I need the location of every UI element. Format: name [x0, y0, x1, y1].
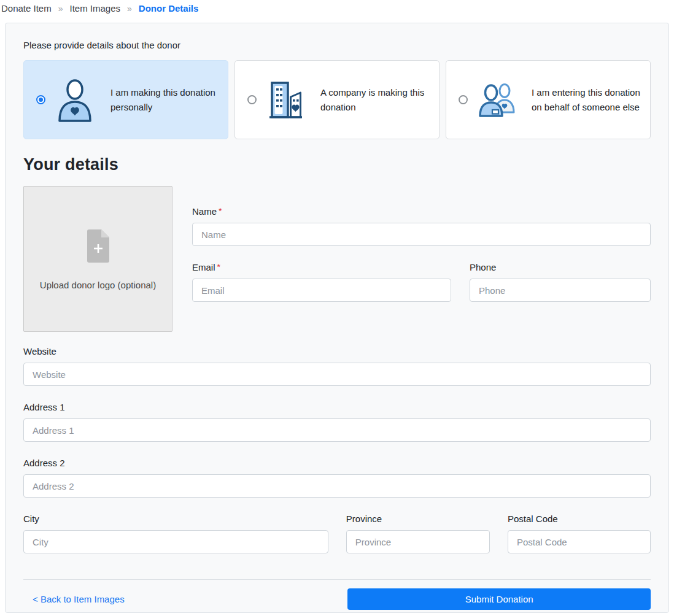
option-company-donation[interactable]: A company is making this donation: [234, 60, 440, 139]
person-heart-icon: [55, 78, 95, 122]
province-input[interactable]: [346, 530, 490, 553]
breadcrumb-separator: »: [58, 4, 63, 13]
option-on-behalf[interactable]: I am entering this donation on behalf of…: [446, 60, 651, 139]
upload-donor-logo-label: Upload donor logo (optional): [40, 280, 156, 290]
option-donation-personally[interactable]: I am making this donation personally: [23, 60, 228, 139]
footer-divider: [23, 579, 651, 580]
breadcrumb-separator: »: [127, 4, 132, 13]
radio-personally[interactable]: [36, 95, 45, 104]
two-people-icon: [478, 83, 516, 117]
email-label: Email*: [192, 262, 451, 272]
email-field-group: Email*: [192, 262, 451, 302]
required-asterisk: *: [217, 262, 220, 272]
company-heart-icon: [266, 80, 304, 120]
website-label: Website: [23, 346, 651, 356]
breadcrumb-item-images[interactable]: Item Images: [70, 3, 121, 13]
postal-code-field-group: Postal Code: [508, 514, 651, 553]
email-input[interactable]: [192, 279, 451, 302]
name-label: Name*: [192, 206, 651, 217]
donor-type-options: I am making this donation personally: [23, 60, 651, 139]
file-plus-icon: [84, 228, 112, 266]
address2-input[interactable]: [23, 474, 651, 498]
your-details-heading: Your details: [23, 155, 651, 174]
province-label: Province: [346, 514, 490, 524]
name-field-group: Name*: [192, 206, 651, 246]
address1-field-group: Address 1: [23, 402, 651, 442]
address2-label: Address 2: [23, 458, 651, 468]
city-label: City: [23, 514, 328, 524]
submit-donation-button[interactable]: Submit Donation: [347, 588, 651, 610]
option-label: I am making this donation personally: [110, 85, 219, 115]
donor-prompt-text: Please provide details about the donor: [23, 40, 651, 50]
city-input[interactable]: [23, 530, 328, 553]
breadcrumb-donor-details: Donor Details: [139, 3, 199, 13]
name-input[interactable]: [192, 223, 651, 246]
back-to-item-images-link[interactable]: < Back to Item Images: [33, 594, 125, 604]
phone-input[interactable]: [470, 279, 651, 302]
breadcrumb: Donate Item » Item Images » Donor Detail…: [0, 0, 674, 13]
website-input[interactable]: [23, 363, 651, 386]
option-label: A company is making this donation: [320, 85, 430, 115]
address1-input[interactable]: [23, 418, 651, 442]
postal-code-input[interactable]: [508, 530, 651, 553]
radio-company[interactable]: [247, 95, 257, 104]
radio-behalf[interactable]: [459, 95, 468, 104]
donor-details-panel: Please provide details about the donor I…: [5, 23, 669, 613]
option-label: I am entering this donation on behalf of…: [532, 85, 641, 115]
website-field-group: Website: [23, 346, 651, 386]
upload-donor-logo-dropzone[interactable]: Upload donor logo (optional): [23, 186, 172, 332]
address2-field-group: Address 2: [23, 458, 651, 498]
address1-label: Address 1: [23, 402, 651, 412]
phone-field-group: Phone: [470, 262, 651, 302]
postal-code-label: Postal Code: [508, 514, 651, 524]
phone-label: Phone: [470, 262, 651, 272]
city-field-group: City: [23, 514, 328, 553]
province-field-group: Province: [346, 514, 490, 553]
breadcrumb-donate-item[interactable]: Donate Item: [1, 3, 52, 13]
required-asterisk: *: [219, 206, 222, 216]
